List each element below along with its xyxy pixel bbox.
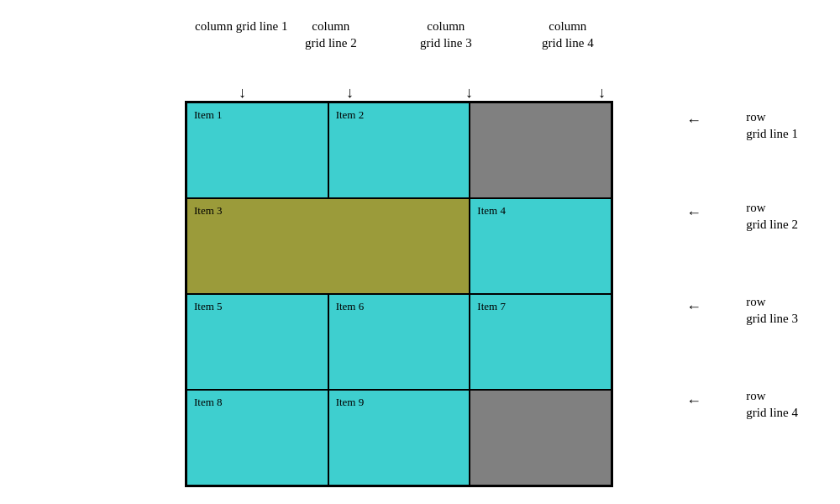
col-label-2: columngrid line 2 [305, 18, 357, 51]
page-container: column grid line 1 columngrid line 2 col… [0, 0, 840, 504]
row-arrow-4: ← [686, 392, 701, 410]
row-arrow-3: ← [686, 298, 701, 316]
col-arrow-1: ↓ [239, 84, 246, 102]
col-label-1: column grid line 1 [195, 18, 287, 35]
item-5: Item 5 [186, 294, 328, 390]
item-8: Item 8 [186, 390, 328, 486]
item-6: Item 6 [328, 294, 470, 390]
item-4: Item 4 [470, 198, 612, 294]
row-arrow-2: ← [686, 204, 701, 222]
item-3: Item 3 [186, 198, 470, 294]
col-arrow-4: ↓ [598, 84, 606, 102]
row-label-4: rowgrid line 4 [746, 388, 798, 421]
col-label-4: columngrid line 4 [542, 18, 594, 51]
gray-top-right [470, 102, 612, 198]
grid-wrapper: Item 1 Item 2 Item 3 Item 4 Item 5 Item … [185, 101, 613, 487]
item-2: Item 2 [328, 102, 470, 198]
row-label-1: rowgrid line 1 [746, 109, 798, 142]
row-label-3: rowgrid line 3 [746, 294, 798, 327]
col-arrow-2: ↓ [346, 84, 354, 102]
row-arrow-1: ← [686, 112, 701, 129]
item-7: Item 7 [470, 294, 612, 390]
row-label-2: rowgrid line 2 [746, 200, 798, 233]
css-grid: Item 1 Item 2 Item 3 Item 4 Item 5 Item … [185, 101, 613, 487]
item-1: Item 1 [186, 102, 328, 198]
col-label-3: columngrid line 3 [420, 18, 472, 51]
gray-bot-right [470, 390, 612, 486]
item-9: Item 9 [328, 390, 470, 486]
col-arrow-3: ↓ [465, 84, 473, 102]
